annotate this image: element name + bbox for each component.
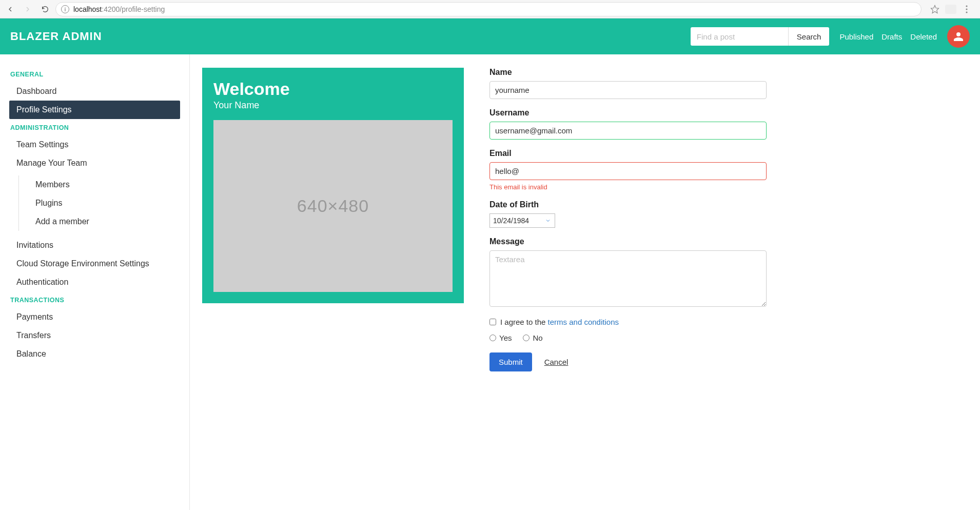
dob-input[interactable]: 10/24/1984 bbox=[489, 213, 555, 228]
sidebar-section-administration: ADMINISTRATION bbox=[10, 124, 180, 131]
dob-label: Date of Birth bbox=[489, 200, 767, 209]
email-input[interactable] bbox=[489, 162, 767, 180]
sidebar-item-dashboard[interactable]: Dashboard bbox=[9, 82, 180, 101]
svg-marker-0 bbox=[931, 5, 939, 13]
sidebar-item-team-settings[interactable]: Team Settings bbox=[9, 135, 180, 154]
header-links: Published Drafts Deleted bbox=[839, 32, 937, 41]
sidebar-item-plugins[interactable]: Plugins bbox=[28, 194, 180, 212]
forward-button[interactable] bbox=[21, 2, 35, 16]
submit-button[interactable]: Submit bbox=[489, 352, 532, 371]
sidebar-section-general: GENERAL bbox=[10, 71, 180, 78]
extension-icon[interactable] bbox=[945, 5, 956, 14]
search-button[interactable]: Search bbox=[788, 27, 830, 46]
message-label: Message bbox=[489, 237, 767, 246]
sidebar-section-transactions: TRANSACTIONS bbox=[10, 297, 180, 304]
radio-yes[interactable]: Yes bbox=[489, 334, 512, 342]
user-icon bbox=[952, 30, 965, 43]
sidebar-item-balance[interactable]: Balance bbox=[9, 345, 180, 363]
cancel-link[interactable]: Cancel bbox=[544, 358, 569, 366]
profile-form: Name Username Email This email is invali… bbox=[489, 68, 767, 497]
sidebar-item-cloud-storage[interactable]: Cloud Storage Environment Settings bbox=[9, 254, 180, 273]
sidebar-item-members[interactable]: Members bbox=[28, 175, 180, 194]
radio-yes-input[interactable] bbox=[489, 335, 496, 341]
welcome-title: Welcome bbox=[213, 79, 453, 99]
welcome-card: Welcome Your Name 640×480 bbox=[202, 68, 464, 303]
browser-toolbar: i localhost:4200/profile-setting bbox=[0, 0, 980, 18]
search-input[interactable] bbox=[691, 27, 788, 46]
sidebar-item-invitations[interactable]: Invitations bbox=[9, 236, 180, 254]
app-header: BLAZER ADMIN Search Published Drafts Del… bbox=[0, 18, 980, 54]
sidebar: GENERAL Dashboard Profile Settings ADMIN… bbox=[0, 54, 190, 510]
browser-menu-icon[interactable] bbox=[962, 4, 972, 14]
name-label: Name bbox=[489, 68, 767, 77]
radio-no-input[interactable] bbox=[523, 335, 530, 341]
agree-checkbox[interactable] bbox=[489, 319, 496, 325]
agree-text: I agree to the bbox=[500, 318, 548, 326]
placeholder-text: 640×480 bbox=[297, 196, 369, 216]
address-bar[interactable]: i localhost:4200/profile-setting bbox=[55, 2, 922, 16]
sidebar-item-payments[interactable]: Payments bbox=[9, 308, 180, 326]
welcome-subtitle: Your Name bbox=[213, 100, 453, 111]
sidebar-item-transfers[interactable]: Transfers bbox=[9, 326, 180, 345]
email-label: Email bbox=[489, 149, 767, 158]
svg-point-3 bbox=[966, 11, 967, 13]
reload-button[interactable] bbox=[38, 2, 52, 16]
terms-link[interactable]: terms and conditions bbox=[548, 318, 619, 326]
email-error: This email is invalid bbox=[489, 183, 767, 191]
header-link-deleted[interactable]: Deleted bbox=[910, 32, 937, 41]
sidebar-item-authentication[interactable]: Authentication bbox=[9, 273, 180, 291]
name-input[interactable] bbox=[489, 81, 767, 99]
username-input[interactable] bbox=[489, 122, 767, 140]
site-info-icon[interactable]: i bbox=[61, 5, 69, 13]
sidebar-item-manage-team[interactable]: Manage Your Team bbox=[9, 154, 180, 172]
dob-value: 10/24/1984 bbox=[493, 217, 529, 225]
user-avatar[interactable] bbox=[947, 25, 970, 48]
bookmark-star-icon[interactable] bbox=[930, 4, 940, 14]
header-search: Search bbox=[691, 27, 830, 46]
radio-no[interactable]: No bbox=[523, 334, 542, 342]
sidebar-item-profile-settings[interactable]: Profile Settings bbox=[9, 101, 180, 119]
sidebar-item-add-member[interactable]: Add a member bbox=[28, 212, 180, 231]
svg-point-2 bbox=[966, 8, 967, 10]
header-link-published[interactable]: Published bbox=[839, 32, 873, 41]
header-link-drafts[interactable]: Drafts bbox=[881, 32, 902, 41]
profile-image-placeholder: 640×480 bbox=[213, 120, 453, 292]
brand-title: BLAZER ADMIN bbox=[10, 30, 102, 43]
url-text: localhost:4200/profile-setting bbox=[73, 5, 165, 13]
message-textarea[interactable] bbox=[489, 250, 767, 307]
main-content: Welcome Your Name 640×480 Name Username … bbox=[190, 54, 980, 510]
back-button[interactable] bbox=[3, 2, 17, 16]
username-label: Username bbox=[489, 108, 767, 117]
chevron-down-icon bbox=[543, 216, 553, 225]
svg-point-1 bbox=[966, 5, 967, 7]
